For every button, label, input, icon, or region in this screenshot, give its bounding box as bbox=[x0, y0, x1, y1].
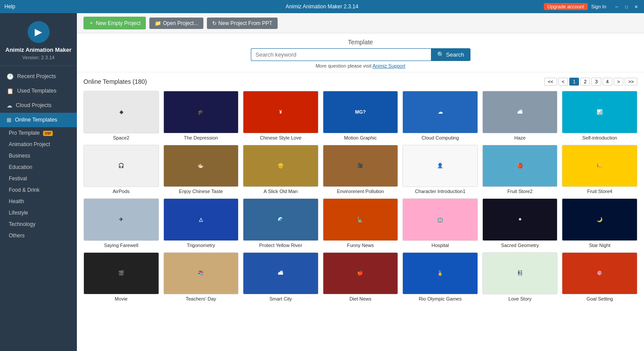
template-card-olympic[interactable]: 🏅Rio Olympic Games bbox=[402, 252, 478, 302]
minimize-icon[interactable]: ─ bbox=[613, 3, 620, 10]
template-card-space2[interactable]: ◈Space2 bbox=[83, 91, 159, 140]
template-card-lovestory[interactable]: 👫Love Story bbox=[482, 252, 558, 302]
window-controls: ─ □ ✕ bbox=[613, 3, 640, 10]
page-next-button[interactable]: > bbox=[614, 78, 623, 86]
recent-icon: 🕐 bbox=[7, 73, 14, 80]
content-area: ＋ New Empty Project 📁 Open Project... ↻ … bbox=[77, 13, 644, 351]
sidebar-item-online-label: Online Templates bbox=[15, 117, 57, 123]
templates-header: Online Templates (180) << < 1 2 3 4 > >> bbox=[83, 78, 637, 86]
folder-icon: 📁 bbox=[155, 20, 161, 26]
new-empty-button[interactable]: ＋ New Empty Project bbox=[83, 17, 146, 29]
sidebar-cat-education[interactable]: Education bbox=[0, 161, 77, 173]
sidebar-cat-tech[interactable]: Technology bbox=[0, 218, 77, 230]
template-card-snacks[interactable]: 🍜Enjoy Chinese Taste bbox=[163, 145, 239, 194]
sidebar: ▶ Animiz Animation Maker Version: 2.3.14… bbox=[0, 13, 77, 351]
ppt-icon: ↻ bbox=[212, 20, 217, 26]
sidebar-cat-business[interactable]: Business bbox=[0, 150, 77, 161]
search-button[interactable]: 🔍 Search bbox=[431, 48, 470, 61]
upgrade-button[interactable]: Upgrade account bbox=[544, 3, 588, 10]
template-card-goal[interactable]: 🎯Goal Setting bbox=[562, 252, 637, 302]
sidebar-item-cloud[interactable]: ☁ Cloud Projects bbox=[0, 98, 77, 113]
sidebar-item-recent[interactable]: 🕐 Recent Projects bbox=[0, 69, 77, 84]
template-name-night: Star Night bbox=[562, 243, 637, 248]
template-card-hospital[interactable]: 🏥Hospital bbox=[402, 198, 478, 248]
sidebar-cat-food[interactable]: Food & Drink bbox=[0, 184, 77, 196]
template-card-smartcity[interactable]: 🏙Smart City bbox=[243, 252, 318, 302]
sidebar-cat-pro[interactable]: Pro Template VIP bbox=[0, 127, 77, 139]
help-menu[interactable]: Help bbox=[4, 4, 15, 10]
search-input[interactable] bbox=[251, 48, 431, 61]
template-card-teachers[interactable]: 📚Teachers' Day bbox=[163, 252, 239, 302]
template-name-slickold: A Slick Old Man bbox=[243, 189, 318, 194]
template-card-movie[interactable]: 🎬Movie bbox=[83, 252, 159, 302]
template-name-hospital: Hospital bbox=[402, 243, 478, 248]
templates-area: Online Templates (180) << < 1 2 3 4 > >>… bbox=[77, 72, 644, 351]
open-project-button[interactable]: 📁 Open Project... bbox=[149, 18, 203, 29]
cloud-icon: ☁ bbox=[7, 102, 12, 109]
template-card-night[interactable]: 🌙Star Night bbox=[562, 198, 637, 248]
close-icon[interactable]: ✕ bbox=[633, 3, 640, 10]
template-name-goal: Goal Setting bbox=[562, 296, 637, 301]
sidebar-cat-others[interactable]: Others bbox=[0, 230, 77, 241]
template-name-cloud: Cloud Computing bbox=[402, 135, 478, 140]
sidebar-cat-health[interactable]: Health bbox=[0, 196, 77, 207]
title-bar-left: Help bbox=[4, 4, 15, 10]
template-name-depression: The Depression bbox=[163, 135, 239, 140]
page-first-button[interactable]: << bbox=[544, 78, 557, 86]
app-title: Animiz Animation Maker 2.3.14 bbox=[286, 4, 358, 10]
template-card-selfintro[interactable]: 📊Self-introduction bbox=[562, 91, 637, 140]
animiz-support-link[interactable]: Animiz Support bbox=[373, 63, 405, 68]
new-from-ppt-button[interactable]: ↻ New Project From PPT bbox=[207, 18, 278, 29]
sidebar-item-online[interactable]: ⊞ Online Templates bbox=[0, 113, 77, 127]
vip-badge: VIP bbox=[43, 131, 53, 136]
sidebar-item-used-label: Used Templates bbox=[17, 88, 56, 94]
templates-grid: ◈Space2🎓The Depression¥Chinese Style Lov… bbox=[83, 91, 637, 301]
template-name-airpods: AirPods bbox=[83, 189, 159, 194]
template-name-teachers: Teachers' Day bbox=[163, 296, 239, 301]
template-card-fruit4[interactable]: 🍋Fruit Store4 bbox=[562, 145, 637, 194]
sidebar-logo: ▶ Animiz Animation Maker Version: 2.3.14 bbox=[0, 13, 77, 66]
sidebar-cat-festival[interactable]: Festival bbox=[0, 173, 77, 184]
sidebar-cat-animation[interactable]: Animation Project bbox=[0, 139, 77, 150]
template-name-movie: Movie bbox=[83, 296, 159, 301]
cat-pro-label: Pro Template bbox=[9, 130, 40, 136]
template-name-smartcity: Smart City bbox=[243, 296, 318, 301]
page-last-button[interactable]: >> bbox=[625, 78, 637, 86]
template-card-sacred[interactable]: ✦Sacred Geometry bbox=[482, 198, 558, 248]
page-4-button[interactable]: 4 bbox=[603, 78, 612, 86]
toolbar: ＋ New Empty Project 📁 Open Project... ↻ … bbox=[77, 13, 644, 33]
sidebar-item-used[interactable]: 📋 Used Templates bbox=[0, 84, 77, 98]
template-card-airpods[interactable]: 🎧AirPods bbox=[83, 145, 159, 194]
page-2-button[interactable]: 2 bbox=[580, 78, 590, 86]
template-card-slickold[interactable]: 👴A Slick Old Man bbox=[243, 145, 318, 194]
template-card-trig[interactable]: △Trigonometry bbox=[163, 198, 239, 248]
template-name-olympic: Rio Olympic Games bbox=[402, 296, 478, 301]
search-label: Template bbox=[348, 39, 373, 46]
sidebar-cat-lifestyle[interactable]: Lifestyle bbox=[0, 207, 77, 218]
template-card-farewell[interactable]: ✈Saying Farewell bbox=[83, 198, 159, 248]
template-card-envpoll[interactable]: 🎥Environment Pollution bbox=[323, 145, 398, 194]
template-card-funny[interactable]: 🗽Funny News bbox=[323, 198, 398, 248]
app-logo: ▶ bbox=[28, 21, 50, 43]
template-card-chinese[interactable]: ¥Chinese Style Love bbox=[243, 91, 318, 140]
template-card-motion[interactable]: MG?Motion Graphic bbox=[323, 91, 398, 140]
template-name-charintro: Character Introduction1 bbox=[402, 189, 478, 194]
signin-button[interactable]: Sign In bbox=[591, 4, 606, 9]
sidebar-nav: 🕐 Recent Projects 📋 Used Templates ☁ Clo… bbox=[0, 66, 77, 351]
page-1-button[interactable]: 1 bbox=[569, 78, 579, 86]
page-3-button[interactable]: 3 bbox=[591, 78, 601, 86]
template-card-fruit2[interactable]: 🍎Fruit Store2 bbox=[482, 145, 558, 194]
maximize-icon[interactable]: □ bbox=[623, 3, 630, 10]
template-card-charintro[interactable]: 👤Character Introduction1 bbox=[402, 145, 478, 194]
template-name-sacred: Sacred Geometry bbox=[482, 243, 558, 248]
template-card-cloud[interactable]: ☁Cloud Computing bbox=[402, 91, 478, 140]
template-card-diet[interactable]: 🍎Diet News bbox=[323, 252, 398, 302]
template-card-yellow[interactable]: 🌊Protect Yellow River bbox=[243, 198, 318, 248]
search-icon: 🔍 bbox=[437, 51, 444, 58]
template-name-space2: Space2 bbox=[83, 135, 159, 140]
template-name-motion: Motion Graphic bbox=[323, 135, 398, 140]
template-card-depression[interactable]: 🎓The Depression bbox=[163, 91, 239, 140]
page-prev-button[interactable]: < bbox=[558, 78, 568, 86]
template-name-snacks: Enjoy Chinese Taste bbox=[163, 189, 239, 194]
template-card-haze[interactable]: 🏙Haze bbox=[482, 91, 558, 140]
